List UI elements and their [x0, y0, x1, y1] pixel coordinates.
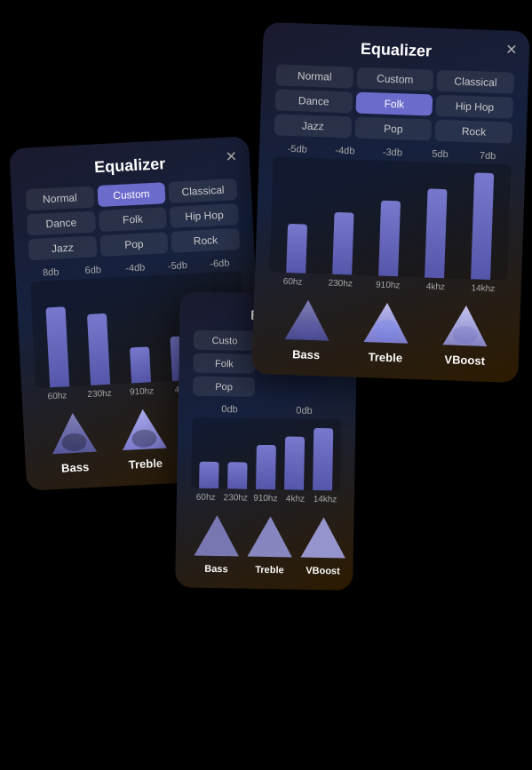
bar3-col-3: [365, 200, 414, 277]
preset-pop[interactable]: Pop: [99, 232, 169, 257]
card3-preset-classical[interactable]: Classical: [437, 70, 514, 94]
card2-preset-folk[interactable]: Folk: [193, 353, 255, 374]
bar3-col-5: [457, 172, 507, 281]
bar3-910hz: [378, 201, 401, 277]
card3-control-vboost: VBoost: [438, 300, 494, 368]
card3-vboost-icon[interactable]: [439, 300, 494, 351]
bass-label: Bass: [61, 460, 90, 475]
bar2-60hz: [199, 462, 219, 488]
card2-bass-label: Bass: [204, 563, 228, 574]
bar-col-1: [36, 306, 81, 388]
bar3-col-4: [411, 188, 460, 279]
bar-230hz: [87, 314, 110, 385]
bar2-230hz: [227, 462, 248, 488]
preset-custom[interactable]: Custom: [97, 182, 166, 207]
preset-classical[interactable]: Classical: [169, 179, 238, 203]
card2-preset-pop[interactable]: Pop: [193, 377, 255, 397]
card1-close-button[interactable]: ✕: [225, 147, 237, 165]
card2-db-labels: 0db 0db: [193, 403, 342, 417]
card3-preset-hiphop[interactable]: Hip Hop: [436, 95, 513, 119]
bar2-4khz: [284, 436, 305, 489]
card3-preset-jazz[interactable]: Jazz: [274, 114, 352, 138]
bar3-4khz: [425, 188, 447, 278]
bar2-14khz: [313, 428, 333, 490]
card2-controls: Bass Treble VBoost: [189, 511, 339, 576]
card3-vboost-label: VBoost: [444, 353, 485, 368]
bar3-14khz: [471, 172, 494, 280]
card1-preset-grid: Normal Custom Classical Dance Folk Hip H…: [26, 179, 241, 260]
treble-knob-icon[interactable]: [115, 403, 171, 455]
card3-preset-rock[interactable]: Rock: [435, 120, 512, 144]
card3-treble-label: Treble: [368, 350, 402, 364]
preset-jazz[interactable]: Jazz: [28, 235, 97, 260]
card3-bass-label: Bass: [292, 347, 321, 361]
control-treble: Treble: [115, 403, 172, 472]
svg-marker-6: [195, 515, 240, 556]
card2-control-bass: Bass: [189, 511, 243, 575]
preset-hiphop[interactable]: Hip Hop: [170, 203, 239, 228]
card2-treble-icon[interactable]: [243, 512, 298, 561]
svg-marker-7: [248, 516, 293, 557]
card3-control-treble: Treble: [359, 298, 415, 365]
card2-vboost-label: VBoost: [306, 565, 340, 576]
bar3-60hz: [286, 224, 307, 274]
preset-dance[interactable]: Dance: [27, 210, 96, 235]
equalizer-card-3: Equalizer ✕ Normal Custom Classical Danc…: [251, 22, 530, 383]
preset-normal[interactable]: Normal: [26, 186, 95, 210]
card2-bass-icon[interactable]: [190, 511, 244, 560]
bar-910hz: [130, 346, 151, 383]
bar3-col-2: [319, 211, 367, 275]
card3-bars: [269, 156, 511, 280]
bar-col-3: [119, 346, 162, 384]
svg-marker-8: [301, 517, 346, 558]
card2-bars: [191, 417, 341, 491]
bar-col-2: [76, 313, 121, 385]
card3-close-button[interactable]: ✕: [505, 41, 518, 58]
card2-vboost-icon[interactable]: [297, 512, 351, 562]
card2-preset-custom[interactable]: Custo: [194, 330, 256, 351]
card3-preset-normal[interactable]: Normal: [276, 64, 353, 88]
card3-bass-icon[interactable]: [280, 295, 335, 345]
card2-control-treble: Treble: [242, 512, 297, 576]
control-bass: Bass: [45, 407, 102, 475]
bass-knob-icon[interactable]: [45, 407, 101, 458]
card3-title: Equalizer: [277, 36, 516, 63]
bar2-col-2: [223, 462, 252, 489]
card3-preset-custom[interactable]: Custom: [356, 67, 433, 91]
bar3-col-1: [273, 223, 321, 274]
preset-folk[interactable]: Folk: [99, 207, 168, 232]
card3-preset-pop[interactable]: Pop: [354, 117, 432, 141]
bar2-col-1: [195, 462, 224, 489]
card1-title: Equalizer: [24, 151, 236, 180]
bar2-910hz: [256, 445, 276, 489]
bar-60hz: [46, 306, 70, 387]
card3-controls: Bass Treble: [266, 294, 506, 368]
bar3-230hz: [332, 212, 353, 275]
bar2-col-3: [251, 445, 281, 490]
card3-preset-dance[interactable]: Dance: [275, 89, 353, 113]
bar2-col-4: [280, 436, 309, 490]
card3-preset-grid: Normal Custom Classical Dance Folk Hip H…: [274, 64, 515, 143]
card2-preset-grid: Custo Folk Pop: [193, 330, 256, 397]
card3-treble-icon[interactable]: [359, 298, 414, 348]
bar2-col-5: [308, 428, 337, 491]
card3-preset-folk[interactable]: Folk: [355, 92, 433, 116]
treble-label: Treble: [128, 456, 163, 472]
card2-treble-label: Treble: [255, 564, 284, 576]
card3-control-bass: Bass: [279, 295, 335, 362]
card2-freq-labels: 60hz 230hz 910hz 4khz 14khz: [191, 492, 340, 504]
card2-control-vboost: VBoost: [296, 512, 350, 576]
preset-rock[interactable]: Rock: [171, 228, 241, 253]
